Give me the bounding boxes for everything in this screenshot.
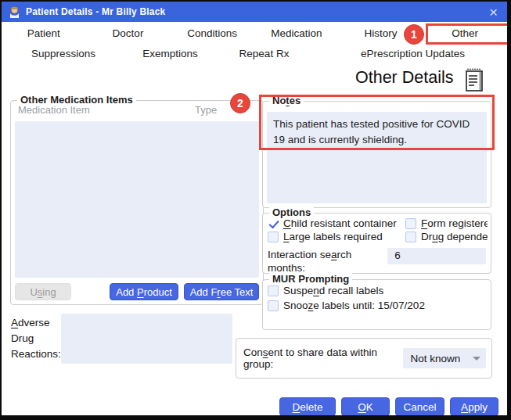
notes-group: Notes This patient has tested positive f…: [262, 101, 491, 208]
medication-list-header: Medication Item Type: [18, 104, 256, 116]
checkbox-label: Form registered: [421, 217, 488, 229]
tab-repeat-rx[interactable]: Repeat Rx: [215, 48, 313, 59]
checkbox-label: Suspend recall labels: [283, 285, 383, 296]
delete-button[interactable]: Delete: [279, 397, 336, 416]
patient-details-dialog: Patient Details - Mr Billy Black × Patie…: [0, 0, 511, 420]
mur-checkboxes: Suspend recall labels Snooze labels unti…: [268, 283, 489, 313]
adverse-drug-reactions-label: Adverse Drug Reactions:: [11, 315, 61, 362]
checkbox-icon[interactable]: [268, 300, 279, 311]
checkbox-icon[interactable]: [268, 232, 279, 242]
using-button[interactable]: Using: [15, 283, 71, 300]
tab-patient[interactable]: Patient: [2, 27, 86, 39]
consent-dropdown[interactable]: Not known: [403, 348, 486, 368]
medication-buttons-row: Using Add Product Add Free Text: [15, 283, 259, 300]
checkbox-icon[interactable]: [405, 232, 416, 242]
consent-label: Consent to share data within group:: [243, 346, 403, 370]
close-icon[interactable]: ×: [486, 5, 501, 20]
checkbox-icon[interactable]: [268, 285, 279, 296]
suspend-recall-labels-checkbox[interactable]: Suspend recall labels: [268, 283, 489, 298]
tab-medication[interactable]: Medication: [254, 27, 339, 39]
tab-row-1: Patient Doctor Conditions Medication His…: [2, 23, 507, 43]
notes-legend: Notes: [269, 95, 304, 106]
options-checkboxes: Child resistant container Form registere…: [268, 217, 488, 242]
checkbox-label: Snooze labels until: 15/07/202: [283, 300, 425, 311]
options-legend: Options: [269, 206, 314, 218]
cancel-button[interactable]: Cancel: [395, 397, 444, 416]
consent-dropdown-value: Not known: [411, 353, 461, 364]
adverse-drug-reactions-input[interactable]: [61, 314, 232, 364]
interaction-search-months-input[interactable]: 6: [387, 248, 486, 264]
tab-suppressions[interactable]: Suppressions: [2, 48, 125, 59]
annotation-badge-2: 2: [230, 93, 250, 113]
checkbox-label: Large labels required: [283, 231, 383, 242]
consent-group: Consent to share data within group: Not …: [236, 338, 492, 379]
ok-button[interactable]: OK: [341, 397, 390, 416]
large-labels-required-checkbox[interactable]: Large labels required: [268, 231, 405, 242]
interaction-search-months-label: Interaction search months:: [268, 248, 369, 275]
apply-button[interactable]: Apply: [450, 397, 498, 416]
add-free-text-button[interactable]: Add Free Text: [184, 283, 259, 300]
titlebar: Patient Details - Mr Billy Black ×: [2, 2, 507, 22]
snooze-labels-until-checkbox[interactable]: Snooze labels until: 15/07/202: [268, 298, 489, 313]
tab-conditions[interactable]: Conditions: [170, 27, 254, 39]
checkbox-icon[interactable]: [268, 218, 279, 229]
add-product-button[interactable]: Add Product: [110, 283, 178, 300]
form-registered-checkbox[interactable]: Form registered: [405, 217, 488, 229]
page-title: Other Details: [355, 68, 453, 88]
notepad-icon: [464, 67, 485, 92]
chevron-down-icon: [473, 357, 480, 361]
medication-items-list[interactable]: [15, 121, 259, 278]
tab-eprescription-updates[interactable]: ePrescription Updates: [313, 48, 511, 59]
other-medication-items-group: Other Medication Items Medication Item T…: [10, 100, 264, 305]
checkbox-icon[interactable]: [405, 218, 416, 229]
child-resistant-container-checkbox[interactable]: Child resistant container: [268, 217, 405, 229]
tab-doctor[interactable]: Doctor: [86, 27, 171, 39]
interaction-search-row: Interaction search months: 6: [268, 248, 486, 275]
window-title: Patient Details - Mr Billy Black: [26, 6, 165, 17]
notes-textarea[interactable]: This patient has tested positive for COV…: [267, 112, 487, 203]
checkbox-label: Drug dependency: [421, 231, 488, 242]
tab-row-2: Suppressions Exemptions Repeat Rx ePresc…: [2, 43, 507, 63]
checkbox-label: Child resistant container: [283, 217, 397, 229]
tab-other[interactable]: Other: [423, 27, 507, 39]
column-medication-item: Medication Item: [18, 104, 195, 116]
mur-prompting-group: MUR Prompting Suspend recall labels Snoo…: [262, 279, 491, 330]
tab-exemptions[interactable]: Exemptions: [125, 48, 215, 59]
options-group: Options Child resistant container Form r…: [262, 213, 491, 274]
patient-app-icon: [8, 5, 21, 19]
annotation-badge-1: 1: [404, 24, 424, 45]
drug-dependency-checkbox[interactable]: Drug dependency: [405, 231, 488, 242]
